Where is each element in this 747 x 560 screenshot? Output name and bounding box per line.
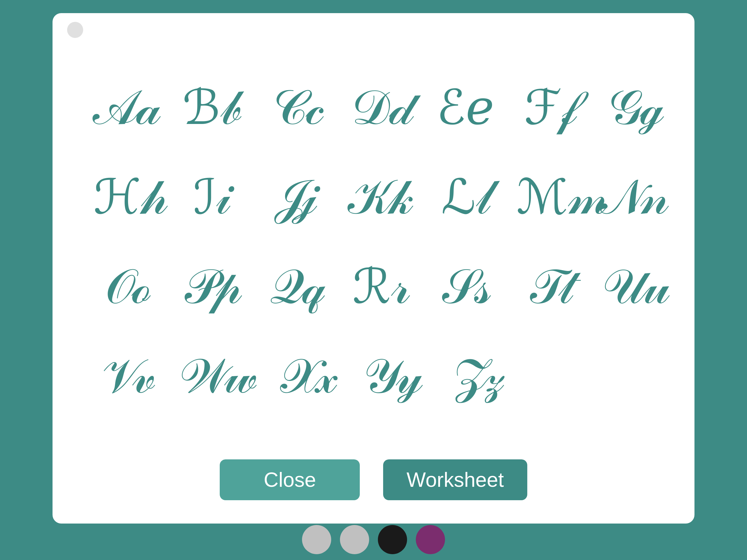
letter-kk: 𝒦𝓀 — [347, 173, 414, 221]
letter-xx: 𝒳𝓍 — [274, 352, 340, 400]
letter-bb: ℬ𝒷 — [178, 84, 245, 132]
letter-gg: 𝒢ℊ — [601, 84, 668, 132]
letter-tt: 𝒯𝓉 — [516, 263, 584, 311]
background: 𝒜𝒶 ℬ𝒷 𝒞𝒸 𝒟𝒹 ℰℯ ℱ𝒻 𝒢ℊ ℋ𝒽 ℐ𝒾 𝒥𝒿 𝒦𝓀 ℒ𝓁 ℳ𝓂 𝒩… — [0, 0, 747, 560]
alphabet-row-4: 𝒱𝓋 𝒲𝓌 𝒳𝓍 𝒴𝓎 𝒵𝓏 — [93, 352, 654, 400]
letter-ww: 𝒲𝓌 — [178, 352, 256, 400]
circle-4[interactable] — [416, 525, 445, 554]
letter-vv: 𝒱𝓋 — [93, 352, 160, 400]
letter-ee: ℰℯ — [432, 84, 499, 132]
letter-nn: 𝒩𝓃 — [601, 173, 668, 221]
letter-ff: ℱ𝒻 — [516, 84, 584, 132]
letter-ii: ℐ𝒾 — [178, 173, 245, 221]
alphabet-row-2: ℋ𝒽 ℐ𝒾 𝒥𝒿 𝒦𝓀 ℒ𝓁 ℳ𝓂 𝒩𝓃 — [93, 173, 654, 221]
close-button[interactable]: Close — [220, 459, 360, 500]
letter-oo: 𝒪ℴ — [93, 263, 160, 311]
letter-jj: 𝒥𝒿 — [263, 173, 330, 221]
bottom-circles — [302, 525, 445, 560]
alphabet-row-1: 𝒜𝒶 ℬ𝒷 𝒞𝒸 𝒟𝒹 ℰℯ ℱ𝒻 𝒢ℊ — [93, 84, 654, 132]
letter-pp: 𝒫𝓅 — [178, 263, 245, 311]
letter-qq: 𝒬𝓆 — [263, 263, 330, 311]
alphabet-row-3: 𝒪ℴ 𝒫𝓅 𝒬𝓆 ℛ𝓇 𝒮𝓈 𝒯𝓉 𝒰𝓊 — [93, 263, 654, 311]
letter-dd: 𝒟𝒹 — [347, 84, 414, 132]
letter-rr: ℛ𝓇 — [347, 263, 414, 311]
circle-3[interactable] — [378, 525, 407, 554]
letter-aa: 𝒜𝒶 — [93, 84, 160, 132]
button-area: Close Worksheet — [76, 459, 671, 500]
letter-mm: ℳ𝓂 — [516, 173, 584, 221]
letter-uu: 𝒰𝓊 — [601, 263, 668, 311]
letter-zz: 𝒵𝓏 — [443, 352, 510, 400]
circle-2[interactable] — [340, 525, 369, 554]
modal-dialog: 𝒜𝒶 ℬ𝒷 𝒞𝒸 𝒟𝒹 ℰℯ ℱ𝒻 𝒢ℊ ℋ𝒽 ℐ𝒾 𝒥𝒿 𝒦𝓀 ℒ𝓁 ℳ𝓂 𝒩… — [53, 13, 694, 524]
letter-ss: 𝒮𝓈 — [432, 263, 499, 311]
dot-indicator — [67, 22, 83, 38]
letter-yy: 𝒴𝓎 — [358, 352, 425, 400]
alphabet-grid: 𝒜𝒶 ℬ𝒷 𝒞𝒸 𝒟𝒹 ℰℯ ℱ𝒻 𝒢ℊ ℋ𝒽 ℐ𝒾 𝒥𝒿 𝒦𝓀 ℒ𝓁 ℳ𝓂 𝒩… — [76, 31, 671, 454]
letter-cc: 𝒞𝒸 — [263, 84, 330, 132]
letter-ll: ℒ𝓁 — [432, 173, 499, 221]
letter-hh: ℋ𝒽 — [93, 173, 160, 221]
worksheet-button[interactable]: Worksheet — [383, 459, 527, 500]
circle-1[interactable] — [302, 525, 331, 554]
